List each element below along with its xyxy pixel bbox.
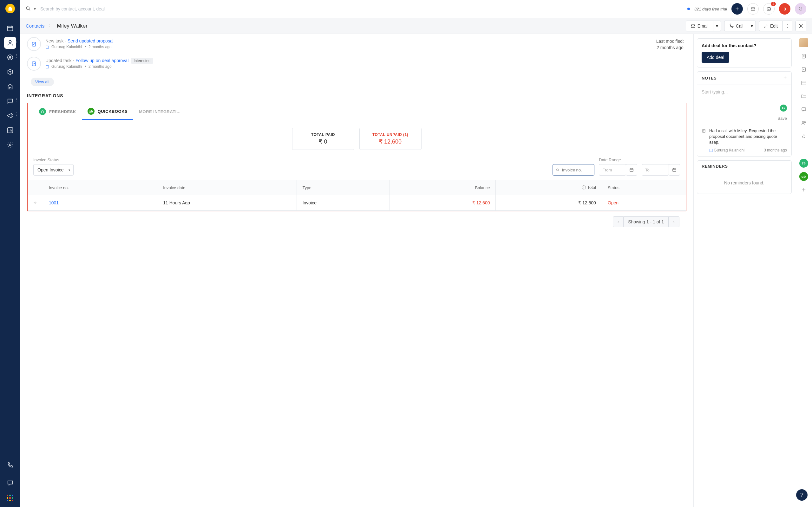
- email-dropdown[interactable]: ▾: [713, 20, 721, 32]
- app-logo[interactable]: [5, 4, 15, 13]
- invoice-search-input[interactable]: [562, 168, 591, 172]
- user-badge-icon: ◫: [45, 64, 49, 69]
- invoice-link[interactable]: 1001: [49, 200, 59, 205]
- settings-button[interactable]: [796, 20, 806, 32]
- note-icon: [702, 129, 706, 153]
- reminders-heading: REMINDERS: [702, 164, 728, 169]
- integrations-heading: INTEGRATIONS: [27, 93, 687, 98]
- user-avatar[interactable]: G: [795, 3, 806, 14]
- reminders-empty: No reminders found.: [697, 172, 792, 193]
- rail-thumbnail[interactable]: [799, 38, 808, 47]
- nav-deals[interactable]: ⋮: [4, 51, 16, 63]
- call-button[interactable]: Call: [724, 20, 748, 32]
- nav-accounts[interactable]: [4, 80, 16, 93]
- edit-button[interactable]: Edit: [759, 20, 782, 32]
- page-header: Contacts 〉 Miley Walker Email ▾ Call ▾ E…: [20, 18, 812, 34]
- notification-dot: [687, 8, 690, 10]
- page-info: Showing 1 - 1 of 1: [623, 216, 669, 227]
- nav-phone[interactable]: [4, 459, 16, 471]
- svg-rect-0: [7, 26, 13, 31]
- rail-task-icon[interactable]: [799, 65, 808, 74]
- call-button-group: Call ▾: [724, 20, 756, 32]
- tab-more-integrations[interactable]: MORE INTEGRATI...: [133, 103, 186, 120]
- nav-conversations[interactable]: ⋮: [4, 95, 16, 107]
- rail-calendar-icon[interactable]: [799, 78, 808, 87]
- col-balance: Balance: [390, 180, 496, 195]
- rail-touch-icon[interactable]: [799, 131, 808, 140]
- nav-reports[interactable]: [4, 124, 16, 136]
- pin-icon[interactable]: ✧: [28, 195, 43, 211]
- next-page[interactable]: ›: [669, 216, 679, 227]
- search-icon[interactable]: [26, 6, 31, 12]
- mail-button[interactable]: [747, 3, 759, 14]
- email-button[interactable]: Email: [686, 20, 713, 32]
- total-paid-card: TOTAL PAID ₹ 0: [292, 128, 354, 150]
- email-button-group: Email ▾: [686, 20, 721, 32]
- page-title: Miley Walker: [57, 23, 88, 29]
- svg-rect-7: [767, 8, 771, 10]
- apps-launcher-icon[interactable]: [7, 495, 13, 501]
- add-button[interactable]: [731, 3, 743, 14]
- alerts-count[interactable]: 8: [779, 3, 791, 14]
- rail-people-icon[interactable]: [799, 118, 808, 127]
- help-button[interactable]: ?: [796, 489, 808, 501]
- rail-quickbooks-icon[interactable]: qb: [799, 172, 808, 181]
- tab-freshdesk[interactable]: FRESHDESK: [33, 103, 82, 120]
- invoice-status-label: Invoice Status: [33, 158, 73, 162]
- notifications-button[interactable]: 4: [763, 3, 774, 14]
- task-icon: [27, 57, 41, 71]
- nav-settings[interactable]: [4, 139, 16, 151]
- calendar-icon[interactable]: [626, 164, 637, 176]
- more-actions[interactable]: ⋮: [782, 20, 792, 32]
- rail-add-icon[interactable]: [799, 185, 808, 194]
- col-type: Type: [297, 180, 390, 195]
- rail-freshdesk-icon[interactable]: [799, 159, 808, 168]
- user-badge-icon: ◫: [45, 45, 49, 49]
- svg-point-1: [9, 41, 11, 43]
- svg-rect-18: [802, 81, 806, 85]
- quickbooks-icon: qb: [88, 108, 95, 115]
- search-placeholder[interactable]: Search by contact, account, deal: [40, 6, 105, 11]
- prev-page[interactable]: ‹: [613, 216, 623, 227]
- svg-point-21: [804, 122, 805, 123]
- task-link[interactable]: Follow up on deal approval: [75, 58, 129, 63]
- view-all-button[interactable]: View all: [31, 78, 54, 86]
- nav-calendar[interactable]: [4, 22, 16, 34]
- invoice-search[interactable]: [553, 164, 595, 176]
- date-to-input[interactable]: To: [642, 164, 669, 176]
- calendar-icon[interactable]: [669, 164, 680, 176]
- svg-point-12: [556, 169, 558, 170]
- table-row[interactable]: ✧ 1001 11 Hours Ago Invoice ₹ 12,600 ₹ 1…: [28, 195, 686, 211]
- save-note-button[interactable]: Save: [697, 116, 792, 124]
- svg-rect-13: [630, 169, 633, 171]
- nav-campaigns[interactable]: ⋮: [4, 110, 16, 122]
- freshdesk-icon: [39, 108, 46, 115]
- date-range-label: Date Range: [599, 158, 637, 162]
- status-tag: Interested: [131, 58, 153, 64]
- nav-contacts[interactable]: ⋮: [4, 37, 16, 49]
- add-note-icon[interactable]: +: [783, 75, 787, 81]
- date-from-input[interactable]: From: [599, 164, 626, 176]
- invoice-status-select[interactable]: Open Invoice: [33, 164, 73, 176]
- rail-folder-icon[interactable]: [799, 92, 808, 101]
- add-deal-prompt: Add deal for this contact?: [702, 43, 787, 48]
- left-sidebar: ⋮ ⋮ ⋮ ⋮: [0, 0, 20, 507]
- edit-button-group: Edit ⋮: [759, 20, 792, 32]
- svg-point-4: [9, 144, 11, 146]
- rail-document-icon[interactable]: [799, 52, 808, 60]
- breadcrumb-parent[interactable]: Contacts: [26, 23, 44, 29]
- timeline-item: Updated task - Follow up on deal approva…: [27, 57, 687, 71]
- trial-status: 321 days free trial: [694, 7, 727, 11]
- search-dropdown-icon[interactable]: ▼: [33, 7, 37, 11]
- note-entry: Had a call with Miley. Requested the pro…: [697, 124, 792, 156]
- rail-chat-icon[interactable]: [799, 105, 808, 114]
- right-sidebar: Add deal for this contact? Add deal NOTE…: [693, 34, 795, 507]
- nav-chat[interactable]: [4, 477, 16, 489]
- add-deal-button[interactable]: Add deal: [702, 52, 729, 63]
- nav-products[interactable]: [4, 66, 16, 78]
- note-input[interactable]: Start typing... G: [702, 89, 787, 112]
- task-link[interactable]: Send updated proposal: [67, 38, 113, 43]
- notification-badge: 4: [771, 2, 776, 6]
- tab-quickbooks[interactable]: qbQUICKBOOKS: [82, 103, 134, 120]
- call-dropdown[interactable]: ▾: [748, 20, 756, 32]
